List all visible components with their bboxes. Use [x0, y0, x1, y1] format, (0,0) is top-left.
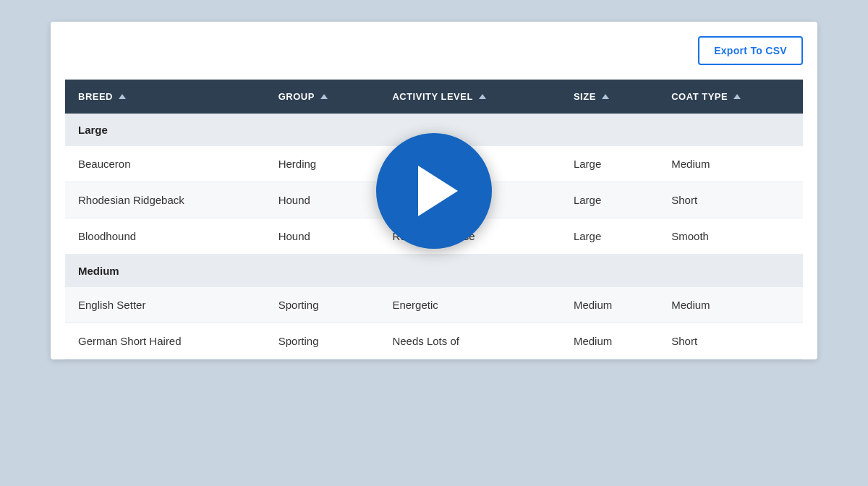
col-header-size[interactable]: SIZE: [561, 80, 658, 114]
cell-group: Hound: [265, 182, 380, 218]
cell-breed: English Setter: [65, 287, 265, 323]
main-container: Export To CSV BREED GROUP: [51, 22, 817, 359]
cell-group: Sporting: [265, 287, 380, 323]
cell-coat_type: Smooth: [658, 218, 803, 255]
cell-breed: Beauceron: [65, 146, 265, 182]
cell-breed: German Short Haired: [65, 323, 265, 359]
cell-breed: Rhodesian Ridgeback: [65, 182, 265, 218]
cell-coat_type: Short: [658, 323, 803, 359]
cell-breed: Bloodhound: [65, 218, 265, 255]
cell-activity_level: Energetic: [379, 287, 561, 323]
cell-group: Sporting: [265, 323, 380, 359]
col-header-group[interactable]: GROUP: [265, 80, 380, 114]
sort-arrow-group: [320, 94, 328, 99]
cell-group: Hound: [265, 218, 380, 255]
group-label: Medium: [65, 255, 803, 288]
toolbar: Export To CSV: [65, 36, 803, 65]
cell-size: Medium: [561, 323, 658, 359]
cell-activity_level: Needs Lots of: [379, 323, 561, 359]
table-row: English SetterSportingEnergeticMediumMed…: [65, 287, 803, 323]
col-header-breed[interactable]: BREED: [65, 80, 265, 114]
cell-coat_type: Medium: [658, 146, 803, 182]
sort-arrow-breed: [119, 94, 126, 99]
sort-arrow-size: [602, 94, 609, 99]
col-header-coat[interactable]: COAT TYPE: [658, 80, 803, 114]
cell-coat_type: Medium: [658, 287, 803, 323]
export-csv-button[interactable]: Export To CSV: [698, 36, 803, 65]
table-group-header: Medium: [65, 255, 803, 288]
cell-size: Large: [561, 182, 658, 218]
cell-coat_type: Short: [658, 182, 803, 218]
play-icon: [418, 166, 458, 216]
cell-group: Herding: [265, 146, 380, 182]
sort-arrow-coat: [733, 94, 741, 99]
table-header: BREED GROUP ACTIVITY LEVEL: [65, 80, 803, 114]
sort-arrow-activity: [479, 94, 486, 99]
cell-size: Medium: [561, 287, 658, 323]
table-row: German Short HairedSportingNeeds Lots of…: [65, 323, 803, 359]
video-play-button[interactable]: [376, 133, 492, 249]
cell-size: Large: [561, 146, 658, 182]
col-header-activity[interactable]: ACTIVITY LEVEL: [379, 80, 561, 114]
cell-size: Large: [561, 218, 658, 255]
